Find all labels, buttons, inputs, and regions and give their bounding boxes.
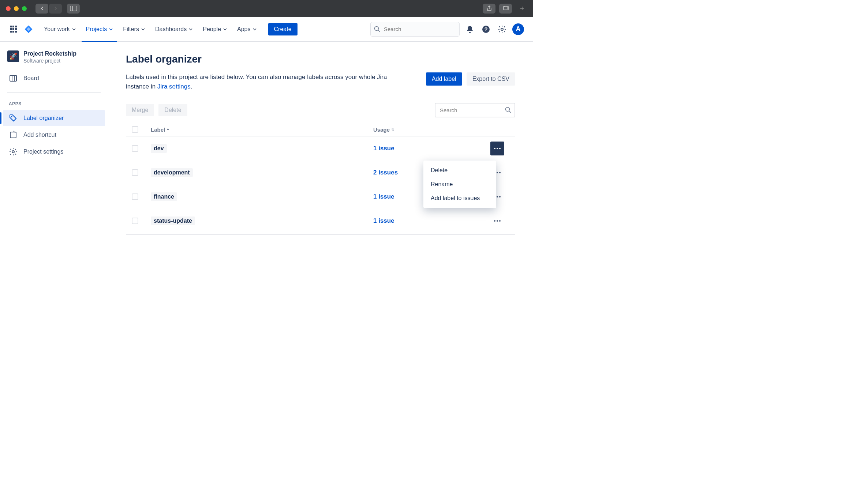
row-more-button[interactable] [490, 142, 504, 155]
sidebar-toggle-button[interactable] [67, 4, 80, 14]
sort-indicator-icon: ⇅ [391, 128, 394, 132]
row-more-button[interactable] [490, 214, 504, 228]
search-icon [505, 107, 512, 113]
svg-point-3 [375, 26, 379, 30]
label-chip: development [151, 168, 193, 177]
settings-button[interactable] [496, 23, 508, 35]
row-checkbox[interactable] [132, 145, 138, 152]
nav-projects[interactable]: Projects [82, 24, 117, 35]
usage-link[interactable]: 1 issue [373, 217, 394, 225]
svg-point-27 [499, 220, 501, 222]
row-checkbox[interactable] [132, 218, 138, 224]
desc-text-2: . [191, 83, 192, 90]
tabs-icon [503, 5, 509, 11]
dropdown-item-add-to-issues[interactable]: Add label to issues [423, 191, 496, 205]
notifications-button[interactable] [464, 23, 476, 35]
dropdown-item-delete[interactable]: Delete [423, 163, 496, 177]
svg-point-7 [501, 28, 503, 30]
svg-rect-8 [10, 75, 16, 81]
nav-people[interactable]: People [198, 24, 231, 35]
add-label-button[interactable]: Add label [426, 72, 462, 86]
nav-filters[interactable]: Filters [119, 24, 149, 35]
nav-back-button[interactable] [35, 4, 48, 14]
chevron-down-icon [253, 28, 257, 30]
row-checkbox[interactable] [132, 169, 138, 176]
project-header: 🚀 Project Rocketship Software project [3, 50, 105, 69]
page-description: Labels used in this project are listed b… [126, 72, 400, 91]
page-title: Label organizer [126, 53, 515, 65]
project-type: Software project [23, 58, 76, 64]
column-header-label[interactable]: Label [151, 127, 373, 133]
table-footer-divider [126, 234, 515, 235]
help-icon: ? [482, 25, 490, 34]
chevron-down-icon [189, 28, 192, 30]
usage-link[interactable]: 1 issue [373, 145, 394, 152]
column-usage-text: Usage [373, 127, 390, 133]
jira-settings-link[interactable]: Jira settings [157, 83, 191, 90]
chevron-down-icon [109, 28, 113, 30]
window-maximize-button[interactable] [22, 6, 27, 11]
column-header-usage[interactable]: Usage ⇅ [373, 127, 490, 133]
export-csv-button[interactable]: Export to CSV [467, 72, 515, 86]
gear-icon [9, 147, 18, 156]
svg-point-20 [497, 172, 498, 173]
sidebar-item-project-settings[interactable]: Project settings [3, 144, 105, 160]
help-button[interactable]: ? [480, 23, 492, 35]
table-row: dev 1 issue [126, 136, 515, 161]
sidebar-item-label-organizer[interactable]: Label organizer [3, 110, 105, 126]
sidebar-item-board[interactable]: Board [3, 70, 105, 86]
search-input[interactable] [370, 22, 460, 37]
window-controls [6, 6, 27, 11]
share-icon [487, 5, 492, 11]
board-icon [9, 74, 18, 83]
nav-items: Your work Projects Filters Dashboards Pe… [40, 23, 298, 35]
nav-your-work[interactable]: Your work [40, 24, 80, 35]
window-minimize-button[interactable] [14, 6, 19, 11]
bell-icon [465, 25, 474, 34]
window-close-button[interactable] [6, 6, 11, 11]
svg-point-21 [499, 172, 501, 173]
nav-dashboards[interactable]: Dashboards [151, 24, 197, 35]
nav-label: Projects [86, 26, 107, 33]
select-all-checkbox[interactable] [132, 126, 138, 133]
table-search-input[interactable] [435, 103, 515, 117]
merge-button[interactable]: Merge [126, 104, 154, 116]
add-tab-button[interactable] [517, 4, 527, 14]
delete-button[interactable]: Delete [158, 104, 187, 116]
tabs-button[interactable] [499, 4, 512, 14]
chevron-left-icon [40, 6, 44, 11]
chevron-down-icon [72, 28, 76, 30]
svg-rect-2 [504, 6, 507, 10]
table-search [435, 103, 515, 117]
svg-point-16 [494, 148, 495, 149]
sidebar-item-add-shortcut[interactable]: Add shortcut [3, 127, 105, 143]
app-switcher-button[interactable] [9, 25, 18, 34]
create-button[interactable]: Create [268, 23, 298, 35]
nav-forward-button[interactable] [49, 4, 62, 14]
gear-icon [498, 25, 506, 34]
row-checkbox[interactable] [132, 193, 138, 200]
svg-point-13 [12, 151, 14, 153]
usage-link[interactable]: 2 issues [373, 169, 398, 176]
nav-label: Apps [237, 26, 250, 33]
label-chip: finance [151, 192, 177, 201]
sort-asc-icon [167, 128, 169, 131]
sidebar-icon [70, 6, 77, 11]
nav-apps[interactable]: Apps [233, 24, 261, 35]
table-row: status-update 1 issue [126, 209, 515, 233]
table-header: Label Usage ⇅ [126, 123, 515, 136]
project-name: Project Rocketship [23, 50, 76, 57]
share-button[interactable] [483, 4, 495, 14]
chevron-down-icon [141, 28, 145, 30]
window-titlebar [0, 0, 533, 17]
svg-point-26 [497, 220, 498, 222]
svg-point-17 [497, 148, 498, 149]
avatar[interactable]: A [512, 23, 524, 35]
usage-link[interactable]: 1 issue [373, 193, 394, 200]
top-navigation: Your work Projects Filters Dashboards Pe… [0, 17, 533, 42]
svg-point-24 [499, 196, 501, 197]
global-search [370, 22, 460, 37]
dropdown-item-rename[interactable]: Rename [423, 177, 496, 191]
label-chip: dev [151, 144, 167, 153]
jira-logo-icon[interactable] [23, 24, 34, 34]
